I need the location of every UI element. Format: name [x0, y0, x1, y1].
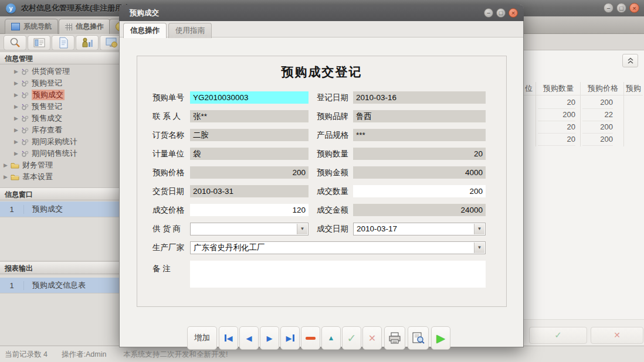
tool-icon [21, 150, 29, 158]
sidebar-item-prepurchase-deal[interactable]: ▶ 预购成交 [0, 89, 123, 101]
dropdown-arrow-icon[interactable]: ▼ [474, 224, 484, 234]
expand-arrow-icon[interactable]: ▶ [14, 139, 18, 145]
tree-item-label: 库存查看 [32, 125, 62, 135]
expand-arrow-icon[interactable]: ▶ [14, 151, 18, 156]
minimize-button[interactable]: − [604, 3, 614, 13]
next-record-button[interactable]: ▶ [260, 326, 279, 350]
edit-record-button[interactable]: ▲ [321, 326, 341, 350]
close-button[interactable]: × [629, 3, 639, 13]
prepurchase-price-field: 200 [190, 166, 309, 179]
dialog-tab-strip: 信息操作 使用指南 [120, 21, 523, 37]
tree-item-label: 期间销售统计 [32, 148, 77, 159]
folder-icon [11, 162, 19, 169]
info-window-list: 1 预购成交 [0, 202, 123, 260]
report-row-prepurchase-deal-table[interactable]: 1 预购成交信息表 [0, 278, 123, 293]
table-cell-price[interactable]: 200 [582, 96, 613, 109]
preview-button[interactable] [408, 326, 429, 350]
tool-icon [21, 103, 29, 111]
expand-arrow-icon[interactable]: ▶ [14, 92, 18, 98]
supplier-select[interactable]: ▼ [190, 223, 309, 235]
sidebar-item-inventory-view[interactable]: ▶ 库存查看 [0, 124, 123, 136]
table-cell-qty[interactable]: 20 [538, 121, 575, 134]
dialog-tab-user-guide[interactable]: 使用指南 [168, 23, 212, 38]
operator-label: 操作者:Admin [62, 350, 106, 360]
card-view-button[interactable] [28, 35, 50, 50]
tree-item-label: 基本设置 [22, 172, 53, 182]
background-ok-button[interactable]: ✓ [529, 327, 587, 344]
tab-label: 系统导航 [23, 22, 52, 32]
expand-arrow-icon[interactable]: ▶ [14, 69, 18, 74]
tab-information-operation[interactable]: 信息操作 [59, 19, 110, 34]
sidebar-item-basic-settings[interactable]: ▶ 基本设置 [0, 171, 123, 183]
triangle-up-icon: ▲ [328, 334, 335, 342]
sidebar-item-period-purchase-stats[interactable]: ▶ 期间采购统计 [0, 136, 123, 148]
first-record-button[interactable]: ◀ [219, 326, 238, 350]
confirm-button[interactable]: ✓ [342, 326, 361, 350]
add-button[interactable]: 增加 [187, 326, 217, 350]
background-cancel-button[interactable]: ✕ [591, 327, 643, 344]
sidebar-item-presale-register[interactable]: ▶ 预售登记 [0, 101, 123, 112]
expand-arrow-icon[interactable]: ▶ [14, 127, 18, 133]
deal-price-field[interactable]: 120 [190, 204, 309, 216]
grid-icon [65, 23, 72, 30]
table-cell-price[interactable]: 22 [582, 108, 613, 121]
card-index-icon [33, 37, 46, 49]
order-no-field[interactable]: YG2010030003 [190, 91, 309, 104]
system-navigation-icon [11, 23, 20, 30]
deal-date-select[interactable]: 2010-03-17 ▼ [353, 223, 486, 235]
dialog-title: 预购成交 [119, 8, 159, 18]
tree-item-label: 预购登记 [32, 78, 62, 88]
document-button[interactable] [52, 35, 74, 50]
dropdown-arrow-icon[interactable]: ▼ [474, 243, 484, 253]
search-record-button[interactable] [4, 35, 26, 50]
dropdown-arrow-icon[interactable]: ▼ [297, 224, 307, 234]
prepurchase-qty-field: 20 [353, 148, 486, 160]
brand-label: 预购品牌 [317, 110, 348, 122]
expand-arrow-icon[interactable]: ▶ [4, 174, 8, 180]
collapse-chevrons-icon [627, 57, 634, 64]
sidebar-item-period-sales-stats[interactable]: ▶ 期间销售统计 [0, 148, 123, 159]
collapse-panel-button[interactable] [622, 54, 638, 67]
run-button[interactable]: ▶ [431, 326, 450, 350]
dialog-close-button[interactable]: × [509, 8, 518, 18]
supplier-label: 供 货 商 [152, 223, 181, 235]
sidebar-item-supplier-management[interactable]: ▶ 供货商管理 [0, 66, 123, 77]
tree-item-label: 供货商管理 [32, 66, 70, 77]
table-cell-qty[interactable]: 200 [538, 108, 575, 121]
column-header-prepurchase-qty[interactable]: 预购数量 [538, 82, 579, 95]
prev-record-button[interactable]: ◀ [239, 326, 259, 350]
table-cell-qty[interactable]: 20 [538, 133, 575, 146]
tab-system-navigation[interactable]: 系统导航 [5, 19, 58, 34]
minus-icon [306, 337, 316, 340]
dialog-minimize-button[interactable]: − [484, 8, 493, 18]
remark-textarea[interactable] [190, 261, 486, 288]
delete-record-button[interactable] [301, 326, 320, 350]
expand-arrow-icon[interactable]: ▶ [14, 115, 18, 121]
sidebar-item-prepurchase-register[interactable]: ▶ 预购登记 [0, 77, 123, 89]
column-header-unit[interactable]: 位 [525, 82, 533, 95]
deal-amount-label: 成交金额 [317, 204, 348, 216]
dialog-maximize-button[interactable]: □ [496, 8, 506, 18]
info-window-row-prepurchase-deal[interactable]: 1 预购成交 [0, 202, 123, 217]
deal-qty-field[interactable]: 200 [353, 185, 486, 197]
maximize-button[interactable]: □ [616, 3, 626, 13]
column-header-prepurchase-amount[interactable]: 预购金额 [626, 82, 643, 95]
table-cell-price[interactable]: 200 [582, 121, 613, 134]
dialog-tab-info-operation[interactable]: 信息操作 [123, 23, 167, 38]
table-cell-qty[interactable]: 20 [538, 96, 575, 109]
delivery-date-label: 交货日期 [152, 185, 184, 197]
expand-arrow-icon[interactable]: ▶ [4, 162, 8, 168]
expand-arrow-icon[interactable]: ▶ [14, 104, 18, 110]
table-cell-price[interactable]: 200 [582, 133, 613, 146]
sidebar: 信息管理 ▶ 供货商管理 ▶ 预购登记 ▶ 预购成交 ▶ 预售登记 [0, 50, 123, 346]
operator-stats-button[interactable] [76, 35, 99, 50]
cancel-button[interactable]: ✕ [362, 326, 382, 350]
unit-label: 计量单位 [152, 148, 184, 160]
column-header-prepurchase-price[interactable]: 预购价格 [582, 82, 623, 95]
sidebar-item-finance-management[interactable]: ▶ 财务管理 [0, 159, 123, 171]
expand-arrow-icon[interactable]: ▶ [14, 80, 18, 86]
print-button[interactable] [384, 326, 405, 350]
sidebar-item-presale-deal[interactable]: ▶ 预售成交 [0, 112, 123, 124]
last-record-button[interactable]: ▶ [280, 326, 300, 350]
manufacturer-select[interactable]: 广东省史丹利化工厂 ▼ [190, 241, 486, 254]
